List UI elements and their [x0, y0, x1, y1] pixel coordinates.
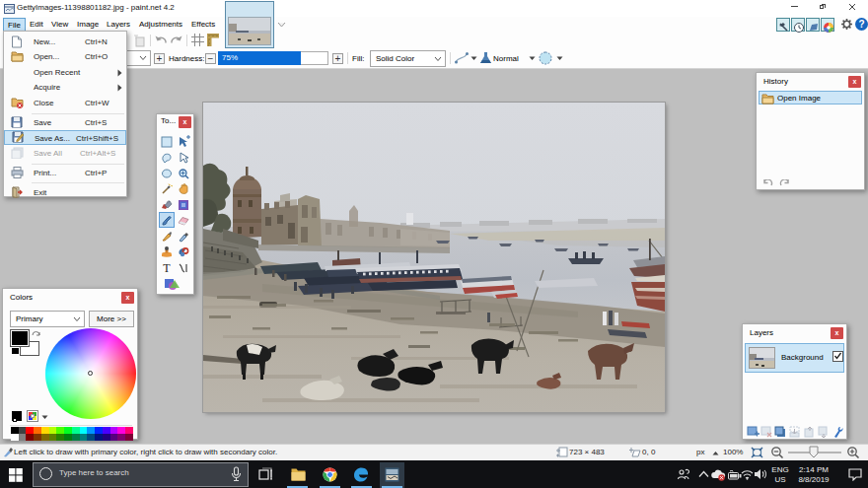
- svg-text:T: T: [163, 261, 171, 275]
